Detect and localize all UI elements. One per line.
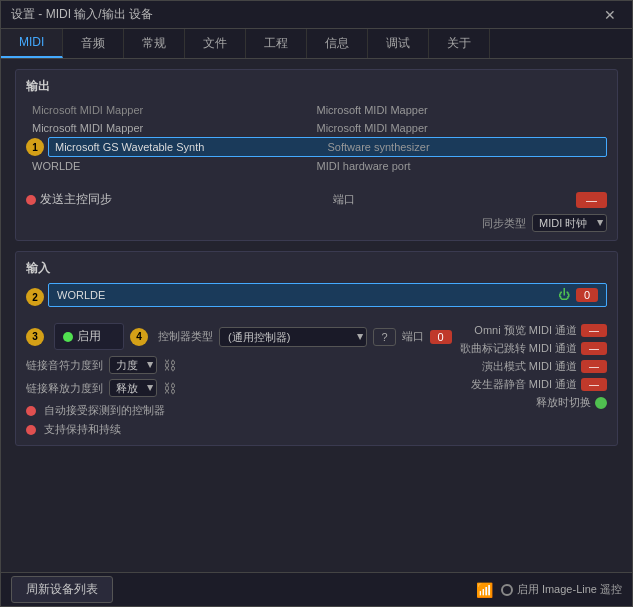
output-badge-1: 1 bbox=[26, 138, 44, 156]
input-badge-2: 2 bbox=[26, 288, 44, 306]
chain-icon-2[interactable]: ⛓ bbox=[163, 381, 176, 396]
tab-audio[interactable]: 音频 bbox=[63, 29, 124, 58]
right-opt-label-4: 释放时切换 bbox=[536, 395, 591, 410]
controller-select-wrap: (通用控制器) bbox=[219, 327, 367, 347]
controller-select[interactable]: (通用控制器) bbox=[219, 327, 367, 347]
right-opt-btn-0[interactable]: — bbox=[581, 324, 607, 337]
link2-label: 链接释放力度到 bbox=[26, 381, 103, 396]
output-row-1-wrap: 1 Microsoft GS Wavetable Synth Software … bbox=[26, 137, 607, 157]
right-opt-4: 释放时切换 bbox=[536, 395, 607, 410]
wifi-icon: 📶 bbox=[476, 582, 493, 598]
output-type-2: MIDI hardware port bbox=[317, 160, 602, 172]
port-value-input: 0 bbox=[430, 330, 452, 344]
input-title: 输入 bbox=[26, 260, 607, 277]
auto-detect-label: 自动接受探测到的控制器 bbox=[44, 403, 165, 418]
main-window: 设置 - MIDI 输入/输出 设备 ✕ MIDI 音频 常规 文件 工程 信息… bbox=[0, 0, 633, 607]
output-device-1: Microsoft GS Wavetable Synth bbox=[55, 141, 328, 153]
link1-select-wrap: 力度 bbox=[109, 356, 157, 374]
output-device-0: Microsoft MIDI Mapper bbox=[32, 122, 317, 134]
image-line-label: 启用 Image-Line 遥控 bbox=[517, 582, 622, 597]
enable-controller-row: 3 启用 4 控制器类型 (通用控制器) ? 端口 bbox=[26, 323, 452, 350]
refresh-button[interactable]: 周新设备列表 bbox=[11, 576, 113, 603]
right-opt-label-0: Omni 预览 MIDI 通道 bbox=[474, 323, 577, 338]
right-opt-label-2: 演出模式 MIDI 通道 bbox=[482, 359, 577, 374]
window-title: 设置 - MIDI 输入/输出 设备 bbox=[11, 6, 153, 23]
link2-select-wrap: 释放 bbox=[109, 379, 157, 397]
right-opt-btn-3[interactable]: — bbox=[581, 378, 607, 391]
right-options: Omni 预览 MIDI 通道 — 歌曲标记跳转 MIDI 通道 — 演出模式 … bbox=[460, 323, 607, 410]
output-title: 输出 bbox=[26, 78, 607, 95]
enable-label: 启用 bbox=[77, 328, 101, 345]
right-opt-1: 歌曲标记跳转 MIDI 通道 — bbox=[460, 341, 607, 356]
sync-dot bbox=[26, 195, 36, 205]
question-button[interactable]: ? bbox=[373, 328, 395, 346]
auto-detect-row: 自动接受探测到的控制器 bbox=[26, 403, 452, 418]
output-type-1: Software synthesizer bbox=[328, 141, 601, 153]
right-opt-btn-2[interactable]: — bbox=[581, 360, 607, 373]
right-opt-2: 演出模式 MIDI 通道 — bbox=[482, 359, 607, 374]
image-line-checkbox[interactable] bbox=[501, 584, 513, 596]
sustain-label: 支持保持和持续 bbox=[44, 422, 121, 437]
link-release-row: 链接释放力度到 释放 ⛓ bbox=[26, 379, 452, 397]
input-device-0: WORLDE bbox=[57, 289, 558, 301]
auto-detect-dot bbox=[26, 406, 36, 416]
sync-type-row: 同步类型 MIDI 时钟 bbox=[26, 214, 607, 232]
tab-about[interactable]: 关于 bbox=[429, 29, 490, 58]
tab-midi[interactable]: MIDI bbox=[1, 29, 63, 58]
image-line-enable-row: 启用 Image-Line 遥控 bbox=[501, 582, 622, 597]
tab-file[interactable]: 文件 bbox=[185, 29, 246, 58]
port-label-input: 端口 bbox=[402, 329, 424, 344]
power-icon[interactable]: ⏻ bbox=[558, 288, 570, 302]
close-button[interactable]: ✕ bbox=[598, 5, 622, 25]
output-section: 输出 Microsoft MIDI Mapper Microsoft MIDI … bbox=[15, 69, 618, 241]
tab-project[interactable]: 工程 bbox=[246, 29, 307, 58]
main-content: 输出 Microsoft MIDI Mapper Microsoft MIDI … bbox=[1, 59, 632, 572]
right-opt-btn-1[interactable]: — bbox=[581, 342, 607, 355]
output-device-2: WORLDE bbox=[32, 160, 317, 172]
tab-bar: MIDI 音频 常规 文件 工程 信息 调试 关于 bbox=[1, 29, 632, 59]
sync-type-label: 同步类型 bbox=[482, 216, 526, 231]
output-header-col2: Microsoft MIDI Mapper bbox=[317, 104, 602, 116]
tab-debug[interactable]: 调试 bbox=[368, 29, 429, 58]
badge-4: 4 bbox=[130, 328, 148, 346]
output-header-col1: Microsoft MIDI Mapper bbox=[32, 104, 317, 116]
controller-type-label: 控制器类型 bbox=[158, 329, 213, 344]
input-bottom-area: 3 启用 4 控制器类型 (通用控制器) ? 端口 bbox=[26, 323, 607, 437]
input-section: 输入 2 WORLDE ⏻ 0 3 bbox=[15, 251, 618, 446]
input-row-0[interactable]: WORLDE ⏻ 0 bbox=[48, 283, 607, 307]
input-row-0-wrap: 2 WORLDE ⏻ 0 bbox=[26, 283, 607, 311]
sync-controls-row: 发送主控同步 端口 — bbox=[26, 191, 607, 208]
badge-3: 3 bbox=[26, 328, 44, 346]
enable-toggle[interactable]: 启用 bbox=[54, 323, 124, 350]
output-row-1[interactable]: Microsoft GS Wavetable Synth Software sy… bbox=[48, 137, 607, 157]
sync-type-select-wrap: MIDI 时钟 bbox=[532, 214, 607, 232]
bottom-bar: 周新设备列表 📶 启用 Image-Line 遥控 bbox=[1, 572, 632, 606]
right-opt-0: Omni 预览 MIDI 通道 — bbox=[474, 323, 607, 338]
link1-label: 链接音符力度到 bbox=[26, 358, 103, 373]
output-type-0: Microsoft MIDI Mapper bbox=[317, 122, 602, 134]
input-left-controls: 3 启用 4 控制器类型 (通用控制器) ? 端口 bbox=[26, 323, 452, 437]
sustain-dot bbox=[26, 425, 36, 435]
tab-info[interactable]: 信息 bbox=[307, 29, 368, 58]
sync-checkbox[interactable]: 发送主控同步 bbox=[26, 191, 112, 208]
release-toggle-checkbox[interactable] bbox=[595, 397, 607, 409]
right-opt-3: 发生器静音 MIDI 通道 — bbox=[471, 377, 607, 392]
sync-label: 发送主控同步 bbox=[40, 191, 112, 208]
right-opt-label-1: 歌曲标记跳转 MIDI 通道 bbox=[460, 341, 577, 356]
right-opt-label-3: 发生器静音 MIDI 通道 bbox=[471, 377, 577, 392]
port-label: 端口 bbox=[333, 192, 355, 207]
chain-icon-1[interactable]: ⛓ bbox=[163, 358, 176, 373]
link2-select[interactable]: 释放 bbox=[109, 379, 157, 397]
title-bar: 设置 - MIDI 输入/输出 设备 ✕ bbox=[1, 1, 632, 29]
output-row-0[interactable]: Microsoft MIDI Mapper Microsoft MIDI Map… bbox=[26, 119, 607, 137]
output-port-button[interactable]: — bbox=[576, 192, 607, 208]
sync-type-select[interactable]: MIDI 时钟 bbox=[532, 214, 607, 232]
link-velocity-row: 链接音符力度到 力度 ⛓ bbox=[26, 356, 452, 374]
enable-dot bbox=[63, 332, 73, 342]
bottom-right: 📶 启用 Image-Line 遥控 bbox=[476, 582, 622, 598]
tab-general[interactable]: 常规 bbox=[124, 29, 185, 58]
output-header-row: Microsoft MIDI Mapper Microsoft MIDI Map… bbox=[26, 101, 607, 119]
input-port-0: 0 bbox=[576, 288, 598, 302]
output-row-2[interactable]: WORLDE MIDI hardware port bbox=[26, 157, 607, 175]
link1-select[interactable]: 力度 bbox=[109, 356, 157, 374]
